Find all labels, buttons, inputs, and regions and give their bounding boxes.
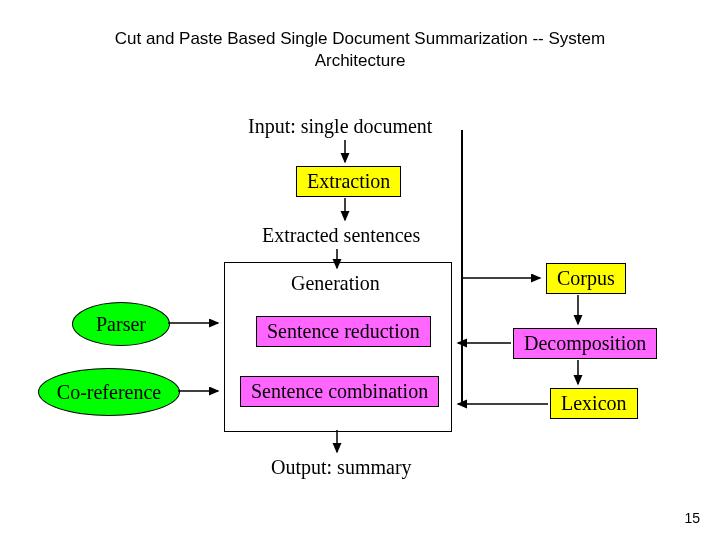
output-label: Output: summary	[271, 456, 412, 479]
parser-label: Parser	[96, 313, 146, 336]
title-line-2: Architecture	[315, 51, 406, 70]
corpus-box: Corpus	[546, 263, 626, 294]
sentence-combination-box: Sentence combination	[240, 376, 439, 407]
title-line-1: Cut and Paste Based Single Document Summ…	[115, 29, 605, 48]
decomposition-box: Decomposition	[513, 328, 657, 359]
extracted-label: Extracted sentences	[262, 224, 420, 247]
coreference-node: Co-reference	[38, 368, 180, 416]
lexicon-box: Lexicon	[550, 388, 638, 419]
parser-node: Parser	[72, 302, 170, 346]
generation-label: Generation	[291, 272, 380, 295]
slide-title: Cut and Paste Based Single Document Summ…	[0, 0, 720, 72]
extraction-box: Extraction	[296, 166, 401, 197]
coreference-label: Co-reference	[57, 381, 161, 404]
page-number: 15	[684, 510, 700, 526]
sentence-reduction-box: Sentence reduction	[256, 316, 431, 347]
input-label: Input: single document	[248, 115, 432, 138]
